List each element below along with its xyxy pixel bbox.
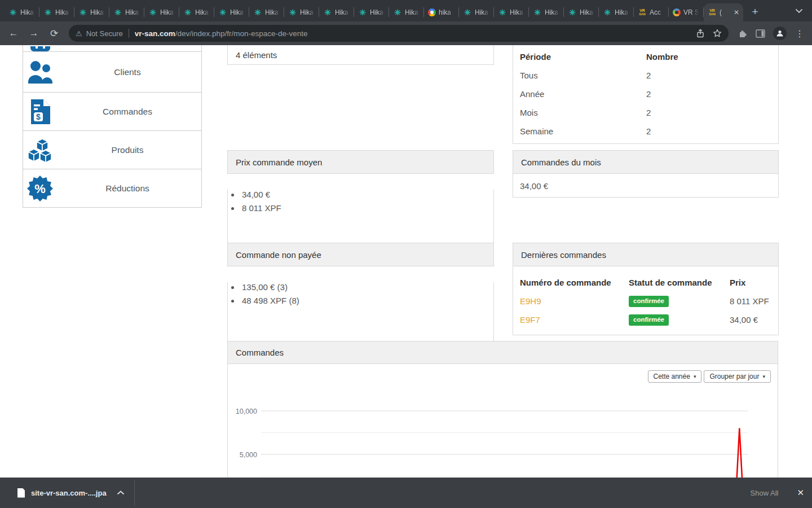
elements-count-box: 4 éléments — [227, 45, 494, 65]
browser-tab[interactable]: Hika — [249, 3, 284, 21]
sidebar-item-produits[interactable]: Produits — [23, 130, 202, 169]
tab-close-icon[interactable]: ✕ — [734, 9, 739, 16]
col-order-number: Numéro de commande — [520, 278, 629, 287]
tab-title: hika — [439, 8, 455, 16]
tab-title: VR S — [683, 8, 700, 16]
month-orders-value: 34,00 € — [520, 174, 548, 198]
period-count: 2 — [646, 89, 771, 99]
svg-text:5,000: 5,000 — [240, 451, 257, 459]
latest-orders-table: Numéro de commande Statut de commande Pr… — [520, 273, 771, 329]
sidebar-item-label: Clients — [54, 67, 201, 77]
tab-favicon — [428, 8, 436, 16]
sidebar-item-label: Réductions — [54, 183, 201, 194]
browser-tab[interactable]: Hika — [389, 3, 424, 21]
tab-favicon — [113, 8, 122, 17]
page-content: Clients $ Commandes — [0, 45, 812, 478]
browser-menu-icon[interactable]: ⋮ — [795, 28, 804, 39]
col-order-status: Statut de commande — [629, 278, 730, 287]
invoice-icon: $ — [27, 98, 54, 125]
extensions-puzzle-icon[interactable] — [738, 29, 748, 38]
browser-tab[interactable]: Acc — [634, 3, 669, 21]
svg-text:10,000: 10,000 — [236, 408, 257, 415]
tab-title: Hika — [580, 8, 595, 16]
browser-tab[interactable]: Hika — [5, 3, 39, 21]
download-caret-up-icon[interactable] — [117, 491, 125, 495]
browser-tab[interactable]: Hika — [214, 3, 249, 21]
download-bar-close-icon[interactable]: ✕ — [797, 488, 804, 498]
browser-tab[interactable]: Hika — [354, 3, 389, 21]
order-price: 8 011 XPF — [730, 296, 771, 306]
browser-window: Hika Hika Hika Hika — [0, 0, 812, 508]
url-path: /dev/index.php/fr/mon-espace-de-vente — [175, 29, 308, 38]
latest-orders-row: E9H9 confirmée 8 011 XPF — [520, 292, 771, 310]
order-status-cell: confirmée — [629, 295, 730, 307]
orders-chart-card-body: Cette année ▾ Grouper par jour ▾ 5,00010… — [227, 364, 778, 478]
side-panel-icon[interactable] — [756, 29, 765, 38]
unpaid-orders-card-body: 135,00 € (3)48 498 XPF (8) — [227, 282, 494, 345]
tab-title: Hika — [300, 8, 315, 16]
sidebar-item-reductions[interactable]: % Réductions — [23, 169, 202, 208]
bookmark-star-icon[interactable] — [713, 29, 722, 38]
order-number-link[interactable]: E9H9 — [520, 296, 629, 306]
sidebar-item-clients[interactable]: Clients — [23, 51, 202, 93]
clients-icon — [27, 59, 54, 86]
period-table-row: Tous 2 — [520, 66, 771, 85]
browser-tab[interactable]: hika — [424, 3, 459, 21]
browser-tab[interactable]: Hika — [564, 3, 599, 21]
latest-orders-card-body: Numéro de commande Statut de commande Pr… — [513, 266, 779, 335]
tab-title: Hika — [20, 8, 36, 16]
tab-favicon — [288, 8, 297, 17]
tab-title: Hika — [405, 8, 420, 16]
tab-favicon — [533, 8, 542, 17]
tab-title: ( — [720, 8, 731, 16]
latest-orders-header: Numéro de commande Statut de commande Pr… — [520, 273, 771, 292]
profile-avatar[interactable] — [773, 27, 787, 40]
order-status-cell: confirmée — [629, 314, 730, 326]
reload-button[interactable]: ⟳ — [47, 26, 61, 41]
order-number-link[interactable]: E9F7 — [520, 315, 629, 325]
browser-tab[interactable]: Hika — [459, 3, 494, 21]
period-stats-card: Période Nombre Tous 2 Année 2 — [513, 45, 779, 144]
browser-tab[interactable]: Hika — [109, 3, 144, 21]
security-chip[interactable]: Not Secure — [86, 29, 123, 38]
browser-tab[interactable]: Hika — [529, 3, 564, 21]
period-table: Période Nombre Tous 2 Année 2 — [520, 47, 771, 141]
browser-tab[interactable]: Hika — [144, 3, 179, 21]
sidebar-item-label: Produits — [54, 145, 201, 155]
latest-orders-row: E9F7 confirmée 34,00 € — [520, 310, 771, 329]
col-order-price: Prix — [730, 278, 771, 287]
store-icon-partial — [30, 46, 50, 51]
avg-order-card-title: Prix commande moyen — [227, 150, 494, 174]
tab-favicon — [708, 8, 717, 17]
tab-favicon — [673, 8, 681, 16]
browser-tab[interactable]: Hika — [284, 3, 319, 21]
back-button[interactable]: ← — [6, 26, 21, 41]
forward-button[interactable]: → — [27, 26, 41, 41]
tab-favicon — [218, 8, 227, 17]
browser-tab[interactable]: VR S — [669, 3, 704, 21]
tab-title: Acc — [650, 8, 665, 16]
browser-tab[interactable]: Hika — [599, 3, 634, 21]
download-filename[interactable]: site-vr-san.com-....jpa — [31, 489, 107, 497]
tab-title: Hika — [160, 8, 175, 16]
browser-tab[interactable]: Hika — [319, 3, 354, 21]
share-icon[interactable] — [696, 29, 705, 38]
address-bar[interactable]: ⚠︎ Not Secure vr-san.com/dev/index.php/f… — [69, 25, 729, 42]
tab-strip: Hika Hika Hika Hika — [0, 0, 812, 21]
new-tab-button[interactable]: + — [748, 5, 762, 19]
status-badge: confirmée — [629, 296, 669, 307]
tab-favicon — [498, 8, 507, 17]
browser-tab[interactable]: Hika — [494, 3, 529, 21]
period-label: Tous — [520, 71, 646, 80]
browser-tab[interactable]: ( ✕ — [704, 3, 743, 21]
sidebar-item-commandes[interactable]: $ Commandes — [23, 92, 202, 131]
browser-tab[interactable]: Hika — [74, 3, 109, 21]
tab-favicon — [358, 8, 367, 17]
tab-search-chevron-icon[interactable] — [795, 6, 803, 16]
browser-tab[interactable]: Hika — [179, 3, 214, 21]
tab-favicon — [183, 8, 192, 17]
show-all-downloads-button[interactable]: Show All — [751, 489, 779, 497]
browser-tab[interactable]: Hika — [39, 3, 74, 21]
tab-favicon — [148, 8, 157, 17]
download-bar: site-vr-san.com-....jpa Show All ✕ — [0, 478, 812, 508]
